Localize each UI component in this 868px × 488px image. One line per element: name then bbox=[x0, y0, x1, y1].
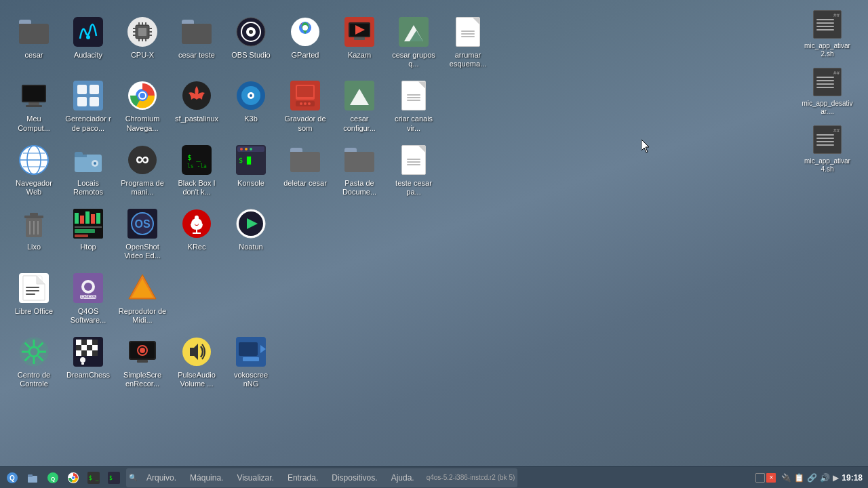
icon-k3b[interactable]: K3b bbox=[224, 75, 278, 127]
icon-centro-controle[interactable]: Centro de Controle bbox=[7, 331, 61, 392]
icon-dreamchess[interactable]: DreamChess bbox=[61, 331, 115, 384]
svg-rect-0 bbox=[73, 17, 103, 47]
svg-text:OS: OS bbox=[134, 218, 150, 230]
taskbar-win-close[interactable]: × bbox=[766, 473, 776, 483]
icon-arrumar-esquema[interactable]: arrumar esquema... bbox=[441, 12, 495, 73]
svg-rect-144 bbox=[81, 363, 84, 365]
icon-q4os-software[interactable]: Q4OS Q4OS Software... bbox=[61, 268, 115, 329]
icon-black-box[interactable]: $ _ ls -la Black Box I don't k... bbox=[170, 140, 224, 201]
dreamchess-label: DreamChess bbox=[66, 371, 110, 380]
svg-rect-141 bbox=[87, 350, 92, 356]
taskbar-menu-arquivo[interactable]: Arquivo. bbox=[142, 470, 180, 486]
svg-rect-131 bbox=[76, 340, 81, 345]
taskbar-terminal2-btn[interactable]: $ bbox=[104, 469, 123, 487]
svg-rect-137 bbox=[87, 345, 92, 350]
tray-usb-icon: 🔗 bbox=[807, 473, 817, 483]
svg-rect-89 bbox=[80, 216, 84, 224]
icon-libre-office[interactable]: Libre Office bbox=[7, 268, 61, 320]
icon-noatun[interactable]: Noatun bbox=[224, 203, 278, 256]
icon-gparted[interactable]: GParted bbox=[278, 12, 332, 64]
lixo-label: Lixo bbox=[27, 243, 41, 251]
mic-ativar2-label: mic_app_ativar2.sh bbox=[802, 42, 853, 58]
icon-teste-cesar[interactable]: teste cesar pa... bbox=[387, 140, 441, 201]
svg-point-44 bbox=[140, 93, 145, 98]
criar-canais-icon bbox=[397, 79, 430, 112]
icon-cesar-configur[interactable]: cesar configur... bbox=[332, 75, 387, 136]
icon-locais-remotos[interactable]: Locais Remotos bbox=[61, 140, 115, 201]
icon-cpu-x[interactable]: CPU-X bbox=[115, 12, 170, 64]
svg-rect-28 bbox=[354, 37, 365, 40]
icon-vokoscreennG[interactable]: vokoscree nNG bbox=[224, 331, 278, 392]
black-box-icon: $ _ ls -la bbox=[180, 144, 213, 176]
mic-desativar-icon bbox=[811, 67, 844, 97]
taskbar-menu-dispositivos[interactable]: Dispositivos. bbox=[328, 470, 381, 486]
icon-konsole[interactable]: $ █ Konsole bbox=[224, 140, 278, 192]
svg-rect-35 bbox=[26, 105, 42, 107]
icon-gerenciador-paco[interactable]: Gerenciador r de paco... bbox=[61, 75, 115, 136]
svg-rect-95 bbox=[75, 235, 88, 237]
taskbar-start-btn[interactable]: Q bbox=[3, 469, 22, 487]
icon-cesar[interactable]: cesar bbox=[7, 12, 61, 64]
gerenciador-icon bbox=[72, 79, 104, 112]
taskbar-right: × 🔌 📋 🔗 🔊 ▶ 19:18 bbox=[753, 473, 865, 483]
q4os-software-icon: Q4OS bbox=[72, 272, 104, 304]
icon-criar-canais[interactable]: criar canais vir... bbox=[387, 75, 441, 136]
svg-rect-153 bbox=[239, 342, 258, 356]
icon-navegador-web[interactable]: Navegador Web bbox=[7, 140, 61, 201]
gparted-icon bbox=[289, 16, 321, 48]
icon-deletar-cesar[interactable]: deletar cesar bbox=[278, 140, 332, 192]
icon-simplescreenrec[interactable]: SimpleScre enRecor... bbox=[115, 331, 170, 392]
pasta-docume-label: Pasta de Docume... bbox=[335, 179, 384, 197]
taskbar-menu-visualizar[interactable]: Visualizar. bbox=[233, 470, 277, 486]
centro-controle-icon bbox=[18, 336, 50, 368]
centro-controle-label: Centro de Controle bbox=[9, 371, 58, 388]
icon-cesar-teste[interactable]: cesar teste bbox=[170, 12, 224, 64]
taskbar-win-restore[interactable] bbox=[755, 473, 765, 483]
tray-volume-icon[interactable]: 🔊 bbox=[820, 473, 830, 483]
icon-kazam[interactable]: Kazam bbox=[332, 12, 387, 64]
icon-htop[interactable]: Htop bbox=[61, 203, 115, 256]
icon-mic-app-ativar2[interactable]: mic_app_ativar2.sh bbox=[790, 7, 865, 61]
kazam-icon bbox=[343, 16, 376, 48]
icon-sf-pastalinux[interactable]: sf_pastalinux bbox=[170, 75, 224, 127]
cesar-label: cesar bbox=[25, 51, 43, 60]
taskbar-menu-ajuda[interactable]: Ajuda. bbox=[387, 470, 418, 486]
icon-pasta-docume[interactable]: Pasta de Docume... bbox=[332, 140, 387, 201]
svg-rect-82 bbox=[24, 216, 43, 218]
icon-obs-studio[interactable]: OBS Studio bbox=[224, 12, 278, 64]
icon-openshot[interactable]: OS OpenShot Video Ed... bbox=[115, 203, 170, 264]
taskbar-terminal1-btn[interactable]: $ _ bbox=[84, 469, 103, 487]
mic-ativar4-icon bbox=[811, 125, 844, 155]
audacity-icon bbox=[72, 16, 104, 48]
icon-audacity[interactable]: Audacity bbox=[61, 12, 115, 64]
icon-cesar-grupos[interactable]: cesar grupos q... bbox=[387, 12, 441, 73]
locais-remotos-label: Locais Remotos bbox=[64, 179, 113, 197]
taskbar-q4os-btn[interactable]: Q bbox=[43, 469, 62, 487]
taskbar-chromium-btn[interactable] bbox=[64, 469, 83, 487]
desktop: cesar Audacity bbox=[0, 0, 868, 466]
taskbar-menu-entrada[interactable]: Entrada. bbox=[283, 470, 322, 486]
gravador-som-icon bbox=[289, 79, 321, 112]
navegador-web-icon bbox=[18, 144, 50, 176]
taskbar-search-icon: 🔍 bbox=[129, 474, 137, 481]
icon-reprodutor-midi[interactable]: Reprodutor de Midi... bbox=[115, 268, 170, 329]
svg-rect-40 bbox=[90, 97, 99, 106]
mic-ativar4-label: mic_app_ativar4.sh bbox=[802, 157, 853, 174]
tray-network-icon: 🔌 bbox=[781, 473, 791, 483]
icon-programa-mani[interactable]: ∞ Programa de mani... bbox=[115, 140, 170, 201]
taskbar-files-btn[interactable] bbox=[23, 469, 42, 487]
icon-gravador-som[interactable]: Gravador de som bbox=[278, 75, 332, 136]
icon-chromium[interactable]: Chromium Navega... bbox=[115, 75, 170, 136]
icon-mic-app-desativar[interactable]: mic_app_desativar.... bbox=[790, 64, 865, 119]
svg-text:$ _: $ _ bbox=[89, 475, 99, 481]
svg-rect-132 bbox=[81, 340, 87, 345]
htop-label: Htop bbox=[80, 243, 96, 251]
icon-mic-app-ativar4[interactable]: mic_app_ativar4.sh bbox=[790, 122, 865, 176]
icon-row-4: Lixo Htop bbox=[7, 202, 773, 266]
icon-meu-computador[interactable]: Meu Comput... bbox=[7, 75, 61, 136]
icon-pulseaudio[interactable]: PulseAudio Volume ... bbox=[170, 331, 224, 392]
libre-office-icon bbox=[18, 272, 50, 304]
icon-lixo[interactable]: Lixo bbox=[7, 203, 61, 256]
icon-krec[interactable]: KRec bbox=[170, 203, 224, 256]
taskbar-menu-maquina[interactable]: Máquina. bbox=[186, 470, 227, 486]
